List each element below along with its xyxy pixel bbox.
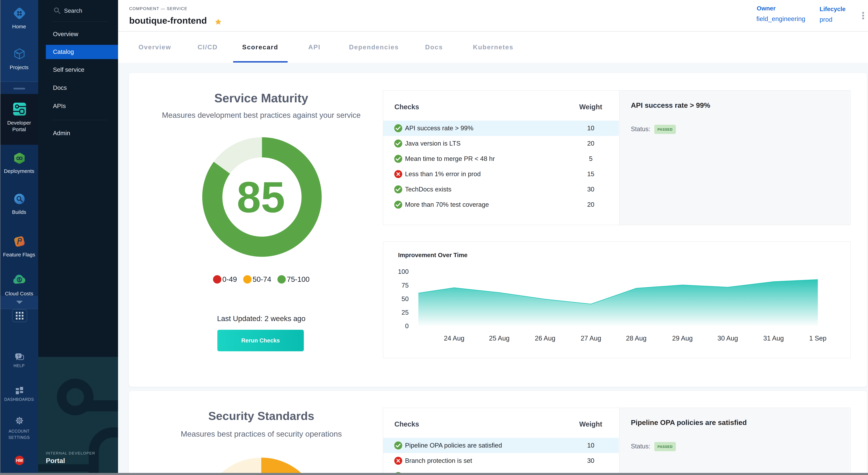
svg-text:$: $ xyxy=(18,277,21,282)
svg-text:?: ? xyxy=(17,354,20,358)
svg-text:85: 85 xyxy=(237,173,285,221)
